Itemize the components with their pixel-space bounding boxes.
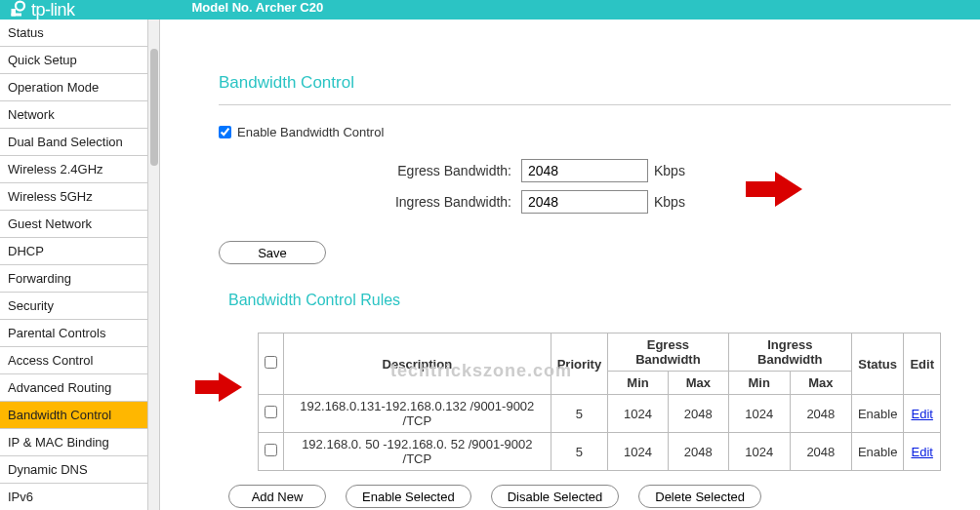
col-ingress: Ingress Bandwidth [728,333,851,372]
table-row: 192.168.0. 50 -192.168.0. 52 /9001-9002 … [259,433,941,471]
disable-selected-button[interactable]: Disable Selected [491,485,620,508]
enable-bandwidth-row: Enable Bandwidth Control [219,125,951,139]
edit-link[interactable]: Edit [911,445,932,459]
col-description: Description [284,333,551,395]
add-new-button[interactable]: Add New [228,485,326,508]
sidebar-item-network[interactable]: Network [0,101,147,129]
cell-priority: 5 [551,395,608,433]
cell-ingress-min: 1024 [728,433,790,471]
save-button[interactable]: Save [219,241,326,264]
col-egress-max: Max [668,372,728,395]
sidebar-nav: StatusQuick SetupOperation ModeNetworkDu… [0,20,148,510]
sidebar-item-ip-mac-binding[interactable]: IP & MAC Binding [0,429,147,456]
row-checkbox[interactable] [265,406,277,418]
table-row: 192.168.0.131-192.168.0.132 /9001-9002 /… [259,395,941,433]
col-status: Status [851,333,903,395]
enable-bandwidth-label: Enable Bandwidth Control [237,125,384,139]
sidebar-item-parental-controls[interactable]: Parental Controls [0,320,147,347]
model-number: Model No. Archer C20 [192,0,324,15]
separator [219,104,951,105]
col-ingress-min: Min [728,372,790,395]
col-priority: Priority [551,333,608,395]
annotation-arrow-icon [195,371,244,404]
delete-selected-button[interactable]: Delete Selected [638,485,761,508]
sidebar-item-advanced-routing[interactable]: Advanced Routing [0,374,147,402]
sidebar-scrollbar[interactable] [148,20,160,510]
logo: tp-link [10,0,75,20]
ingress-label: Ingress Bandwidth: [219,194,521,210]
cell-egress-min: 1024 [608,395,669,433]
col-egress: Egress Bandwidth [608,333,729,372]
col-egress-min: Min [608,372,669,395]
annotation-arrow-icon [746,170,804,209]
cell-status: Enable [851,395,903,433]
cell-egress-min: 1024 [608,433,669,471]
col-edit: Edit [904,333,941,395]
col-ingress-max: Max [790,372,851,395]
header: tp-link Model No. Archer C20 [0,0,980,20]
egress-row: Egress Bandwidth: Kbps [219,159,951,182]
cell-priority: 5 [551,433,608,471]
brand-text: tp-link [31,0,75,20]
svg-marker-3 [746,172,802,207]
select-all-checkbox[interactable] [265,356,277,369]
sidebar-item-operation-mode[interactable]: Operation Mode [0,74,147,101]
ingress-row: Ingress Bandwidth: Kbps [219,190,951,214]
cell-description: 192.168.0. 50 -192.168.0. 52 /9001-9002 … [284,433,551,471]
egress-input[interactable] [521,159,648,182]
svg-rect-2 [12,14,22,17]
enable-selected-button[interactable]: Enable Selected [346,485,471,508]
sidebar-item-dhcp[interactable]: DHCP [0,238,147,265]
sidebar-item-dual-band-selection[interactable]: Dual Band Selection [0,129,147,156]
sidebar-item-guest-network[interactable]: Guest Network [0,211,147,238]
rules-title: Bandwidth Control Rules [228,292,951,309]
cell-ingress-max: 2048 [790,433,851,471]
sidebar-item-bandwidth-control[interactable]: Bandwidth Control [0,402,147,429]
sidebar-item-dynamic-dns[interactable]: Dynamic DNS [0,456,147,484]
cell-status: Enable [851,433,903,471]
page-title: Bandwidth Control [219,73,951,93]
edit-link[interactable]: Edit [911,407,932,421]
row-checkbox[interactable] [265,444,277,456]
sidebar-item-forwarding[interactable]: Forwarding [0,265,147,293]
scrollbar-thumb[interactable] [150,49,158,166]
enable-bandwidth-checkbox[interactable] [219,126,231,138]
sidebar-item-status[interactable]: Status [0,20,147,47]
cell-ingress-max: 2048 [790,395,851,433]
cell-description: 192.168.0.131-192.168.0.132 /9001-9002 /… [284,395,551,433]
rules-table: Description Priority Egress Bandwidth In… [258,333,941,471]
cell-ingress-min: 1024 [728,395,790,433]
sidebar-item-security[interactable]: Security [0,293,147,320]
sidebar-item-wireless-5ghz[interactable]: Wireless 5GHz [0,183,147,211]
svg-point-0 [16,2,24,11]
cell-egress-max: 2048 [668,433,728,471]
cell-egress-max: 2048 [668,395,728,433]
ingress-input[interactable] [521,190,648,214]
ingress-unit: Kbps [654,194,685,210]
main-content: Bandwidth Control Enable Bandwidth Contr… [160,20,980,510]
bottom-button-row: Add New Enable Selected Disable Selected… [228,485,951,508]
sidebar-item-quick-setup[interactable]: Quick Setup [0,47,147,74]
tplink-logo-icon [10,0,27,20]
sidebar-item-access-control[interactable]: Access Control [0,347,147,374]
svg-marker-4 [195,373,242,402]
egress-unit: Kbps [654,163,685,178]
sidebar-item-ipv6[interactable]: IPv6 [0,484,147,510]
egress-label: Egress Bandwidth: [219,163,521,178]
sidebar-item-wireless-2-4ghz[interactable]: Wireless 2.4GHz [0,156,147,183]
